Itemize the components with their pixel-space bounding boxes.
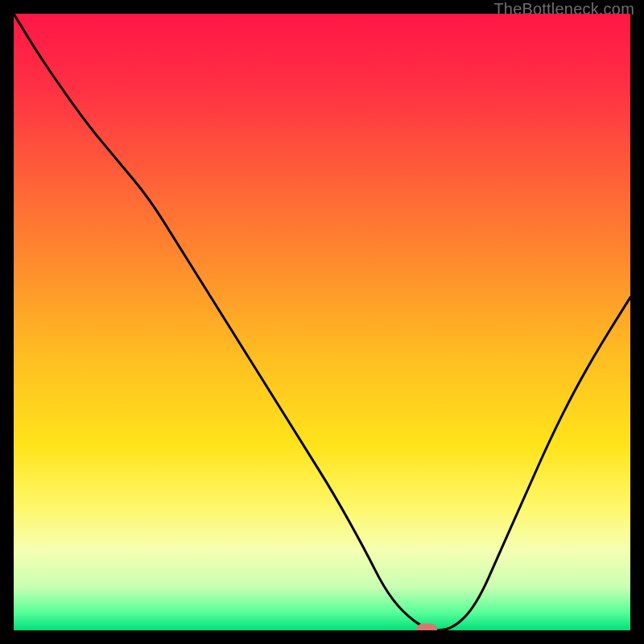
chart-frame: TheBottleneck.com [0,0,644,644]
plot-area [14,14,630,630]
chart-canvas [14,14,630,630]
